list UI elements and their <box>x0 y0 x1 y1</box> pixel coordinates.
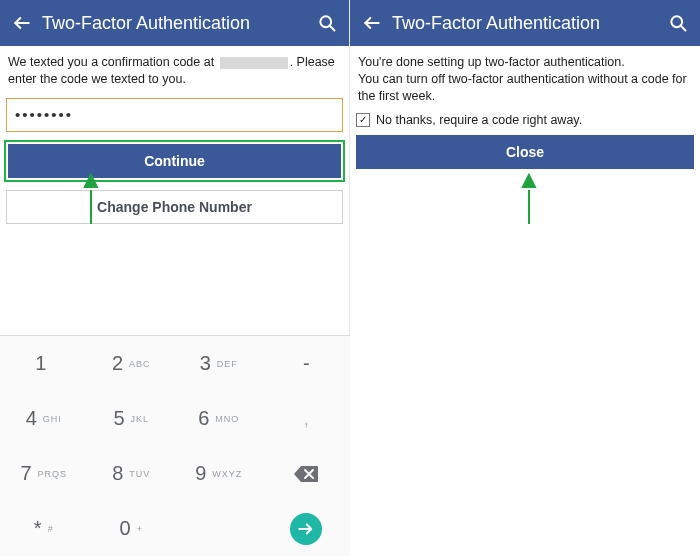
continue-button[interactable]: Continue <box>8 144 341 178</box>
instruction-prefix: We texted you a confirmation code at <box>8 55 214 69</box>
search-button[interactable] <box>313 9 341 37</box>
enter-icon <box>290 513 322 545</box>
screen-enter-code: Two-Factor Authentication We texted you … <box>0 0 350 556</box>
key-backspace[interactable] <box>263 446 351 501</box>
annotation-arrow-right: ▲ <box>516 166 542 224</box>
backspace-icon <box>293 465 319 483</box>
key-letters: + <box>137 524 143 534</box>
key-spacer-2 <box>175 501 263 556</box>
key-digit: 3 <box>200 352 211 375</box>
key-7[interactable]: 7PRQS <box>0 446 88 501</box>
svg-line-2 <box>330 26 335 31</box>
key-4[interactable]: 4GHI <box>0 391 88 446</box>
instruction-text: We texted you a confirmation code at . P… <box>0 46 349 94</box>
key-digit: * <box>34 517 42 540</box>
key-8[interactable]: 8TUV <box>88 446 176 501</box>
require-code-label: No thanks, require a code right away. <box>376 113 582 127</box>
key-5[interactable]: 5JKL <box>88 391 176 446</box>
done-line2: You can turn off two-factor authenticati… <box>358 71 692 105</box>
appbar: Two-Factor Authentication <box>350 0 700 46</box>
key-letters: ABC <box>129 359 151 369</box>
search-button[interactable] <box>664 9 692 37</box>
confirmation-code-input[interactable]: •••••••• <box>6 98 343 132</box>
key-6[interactable]: 6MNO <box>175 391 263 446</box>
key-0[interactable]: 0+ <box>88 501 176 556</box>
numeric-keypad: 1 2ABC 3DEF - 4GHI 5JKL 6MNO , 7PRQS 8TU… <box>0 335 350 556</box>
continue-highlight: Continue <box>4 140 345 182</box>
key-3[interactable]: 3DEF <box>175 336 263 391</box>
key-digit: 7 <box>20 462 31 485</box>
key-1[interactable]: 1 <box>0 336 88 391</box>
search-icon <box>668 13 688 33</box>
appbar-title: Two-Factor Authentication <box>36 13 313 34</box>
require-code-checkbox[interactable]: ✓ <box>356 113 370 127</box>
key-letters: DEF <box>217 359 238 369</box>
key-letters: GHI <box>43 414 62 424</box>
screen-done: Two-Factor Authentication You're done se… <box>350 0 700 556</box>
key-digit: 0 <box>120 517 131 540</box>
done-line1: You're done setting up two-factor authen… <box>358 54 692 71</box>
key-digit: 6 <box>198 407 209 430</box>
key-letters: WXYZ <box>212 469 242 479</box>
svg-line-6 <box>681 26 686 31</box>
close-button[interactable]: Close <box>356 135 694 169</box>
key-digit: - <box>303 352 310 375</box>
phone-number-redacted <box>220 57 288 69</box>
arrow-left-icon <box>12 13 32 33</box>
key-2[interactable]: 2ABC <box>88 336 176 391</box>
key-letters: MNO <box>215 414 239 424</box>
arrow-left-icon <box>362 13 382 33</box>
done-text: You're done setting up two-factor authen… <box>350 46 700 111</box>
key-digit: 8 <box>112 462 123 485</box>
key-dash[interactable]: - <box>263 336 351 391</box>
key-digit: 1 <box>35 352 46 375</box>
confirmation-code-value: •••••••• <box>15 106 73 123</box>
key-letters: JKL <box>131 414 150 424</box>
check-icon: ✓ <box>359 114 367 125</box>
change-phone-button[interactable]: Change Phone Number <box>6 190 343 224</box>
require-code-row[interactable]: ✓ No thanks, require a code right away. <box>350 111 700 135</box>
appbar: Two-Factor Authentication <box>0 0 349 46</box>
key-star-hash[interactable]: *# <box>0 501 88 556</box>
key-9[interactable]: 9WXYZ <box>175 446 263 501</box>
key-spacer: , <box>263 391 351 446</box>
key-digit: 9 <box>195 462 206 485</box>
key-letters: TUV <box>129 469 150 479</box>
back-button[interactable] <box>8 9 36 37</box>
appbar-title: Two-Factor Authentication <box>386 13 664 34</box>
key-digit: 5 <box>113 407 124 430</box>
key-letters: PRQS <box>38 469 68 479</box>
key-digit: 4 <box>26 407 37 430</box>
key-letters: # <box>48 524 54 534</box>
back-button[interactable] <box>358 9 386 37</box>
search-icon <box>317 13 337 33</box>
key-enter[interactable] <box>263 501 351 556</box>
key-digit: 2 <box>112 352 123 375</box>
